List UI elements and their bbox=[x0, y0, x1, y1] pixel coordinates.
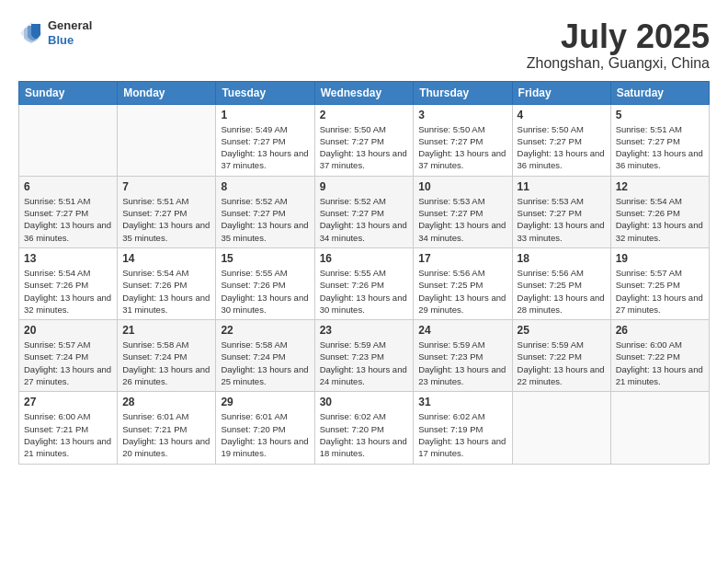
day-number: 29 bbox=[221, 396, 309, 408]
day-number: 20 bbox=[24, 324, 112, 337]
calendar-cell: 22Sunrise: 5:58 AM Sunset: 7:24 PM Dayli… bbox=[216, 320, 314, 392]
day-number: 3 bbox=[418, 109, 506, 121]
calendar-cell: 10Sunrise: 5:53 AM Sunset: 7:27 PM Dayli… bbox=[414, 176, 512, 247]
day-info: Sunrise: 5:50 AM Sunset: 7:27 PM Dayligh… bbox=[320, 123, 409, 172]
calendar-cell bbox=[19, 104, 118, 176]
day-info: Sunrise: 5:50 AM Sunset: 7:27 PM Dayligh… bbox=[418, 123, 506, 172]
day-number: 14 bbox=[122, 252, 210, 265]
day-number: 1 bbox=[221, 109, 309, 121]
calendar-week-row: 6Sunrise: 5:51 AM Sunset: 7:27 PM Daylig… bbox=[19, 176, 710, 247]
calendar-cell: 29Sunrise: 6:01 AM Sunset: 7:20 PM Dayli… bbox=[216, 392, 314, 464]
day-info: Sunrise: 5:54 AM Sunset: 7:26 PM Dayligh… bbox=[24, 267, 112, 316]
day-info: Sunrise: 5:54 AM Sunset: 7:26 PM Dayligh… bbox=[616, 195, 704, 244]
day-number: 19 bbox=[616, 252, 704, 265]
calendar-cell: 20Sunrise: 5:57 AM Sunset: 7:24 PM Dayli… bbox=[19, 320, 118, 392]
page-header: General Blue July 2025 Zhongshan, Guangx… bbox=[18, 18, 710, 72]
day-number: 23 bbox=[320, 324, 409, 337]
calendar-cell: 30Sunrise: 6:02 AM Sunset: 7:20 PM Dayli… bbox=[314, 392, 414, 464]
day-info: Sunrise: 5:55 AM Sunset: 7:26 PM Dayligh… bbox=[221, 267, 309, 316]
weekday-header-friday: Friday bbox=[512, 81, 610, 104]
calendar-cell: 3Sunrise: 5:50 AM Sunset: 7:27 PM Daylig… bbox=[414, 104, 512, 176]
day-number: 6 bbox=[24, 180, 112, 193]
weekday-header-saturday: Saturday bbox=[610, 81, 709, 104]
day-info: Sunrise: 6:00 AM Sunset: 7:22 PM Dayligh… bbox=[616, 339, 704, 387]
calendar-cell: 11Sunrise: 5:53 AM Sunset: 7:27 PM Dayli… bbox=[512, 176, 610, 247]
calendar-week-row: 13Sunrise: 5:54 AM Sunset: 7:26 PM Dayli… bbox=[19, 247, 710, 319]
day-number: 12 bbox=[616, 180, 704, 193]
calendar-cell: 8Sunrise: 5:52 AM Sunset: 7:27 PM Daylig… bbox=[216, 176, 314, 247]
calendar-cell bbox=[118, 104, 216, 176]
weekday-header-thursday: Thursday bbox=[414, 81, 512, 104]
day-number: 18 bbox=[518, 252, 606, 265]
calendar-cell: 25Sunrise: 5:59 AM Sunset: 7:22 PM Dayli… bbox=[512, 320, 610, 392]
calendar-cell bbox=[610, 392, 709, 464]
weekday-header-row: SundayMondayTuesdayWednesdayThursdayFrid… bbox=[19, 81, 710, 104]
day-info: Sunrise: 5:53 AM Sunset: 7:27 PM Dayligh… bbox=[518, 195, 606, 244]
day-number: 22 bbox=[221, 324, 309, 337]
logo-general-text: General bbox=[48, 18, 92, 33]
calendar-cell: 27Sunrise: 6:00 AM Sunset: 7:21 PM Dayli… bbox=[19, 392, 118, 464]
day-info: Sunrise: 5:52 AM Sunset: 7:27 PM Dayligh… bbox=[221, 195, 309, 244]
calendar-cell: 19Sunrise: 5:57 AM Sunset: 7:25 PM Dayli… bbox=[610, 247, 709, 319]
day-number: 8 bbox=[221, 180, 309, 193]
logo-icon bbox=[18, 20, 44, 46]
calendar-cell: 16Sunrise: 5:55 AM Sunset: 7:26 PM Dayli… bbox=[314, 247, 414, 319]
day-info: Sunrise: 5:56 AM Sunset: 7:25 PM Dayligh… bbox=[418, 267, 506, 316]
day-info: Sunrise: 5:58 AM Sunset: 7:24 PM Dayligh… bbox=[122, 339, 210, 387]
day-number: 15 bbox=[221, 252, 309, 265]
calendar-cell: 26Sunrise: 6:00 AM Sunset: 7:22 PM Dayli… bbox=[610, 320, 709, 392]
calendar-table: SundayMondayTuesdayWednesdayThursdayFrid… bbox=[18, 81, 710, 465]
day-number: 11 bbox=[518, 180, 606, 193]
calendar-cell: 21Sunrise: 5:58 AM Sunset: 7:24 PM Dayli… bbox=[118, 320, 216, 392]
calendar-cell: 6Sunrise: 5:51 AM Sunset: 7:27 PM Daylig… bbox=[19, 176, 118, 247]
day-info: Sunrise: 5:59 AM Sunset: 7:23 PM Dayligh… bbox=[320, 339, 409, 387]
day-number: 9 bbox=[320, 180, 409, 193]
calendar-cell: 7Sunrise: 5:51 AM Sunset: 7:27 PM Daylig… bbox=[118, 176, 216, 247]
day-info: Sunrise: 5:53 AM Sunset: 7:27 PM Dayligh… bbox=[418, 195, 506, 244]
day-info: Sunrise: 6:00 AM Sunset: 7:21 PM Dayligh… bbox=[24, 410, 112, 459]
weekday-header-wednesday: Wednesday bbox=[314, 81, 414, 104]
day-number: 16 bbox=[320, 252, 409, 265]
day-number: 28 bbox=[122, 396, 210, 408]
day-info: Sunrise: 5:51 AM Sunset: 7:27 PM Dayligh… bbox=[24, 195, 112, 244]
calendar-cell: 17Sunrise: 5:56 AM Sunset: 7:25 PM Dayli… bbox=[414, 247, 512, 319]
calendar-cell: 18Sunrise: 5:56 AM Sunset: 7:25 PM Dayli… bbox=[512, 247, 610, 319]
weekday-header-tuesday: Tuesday bbox=[216, 81, 314, 104]
calendar-cell: 15Sunrise: 5:55 AM Sunset: 7:26 PM Dayli… bbox=[216, 247, 314, 319]
day-info: Sunrise: 6:02 AM Sunset: 7:19 PM Dayligh… bbox=[418, 410, 506, 459]
day-info: Sunrise: 6:01 AM Sunset: 7:21 PM Dayligh… bbox=[122, 410, 210, 459]
calendar-cell: 9Sunrise: 5:52 AM Sunset: 7:27 PM Daylig… bbox=[314, 176, 414, 247]
calendar-cell: 12Sunrise: 5:54 AM Sunset: 7:26 PM Dayli… bbox=[610, 176, 709, 247]
calendar-cell: 2Sunrise: 5:50 AM Sunset: 7:27 PM Daylig… bbox=[314, 104, 414, 176]
calendar-cell: 24Sunrise: 5:59 AM Sunset: 7:23 PM Dayli… bbox=[414, 320, 512, 392]
day-info: Sunrise: 5:57 AM Sunset: 7:24 PM Dayligh… bbox=[24, 339, 112, 387]
calendar-cell: 5Sunrise: 5:51 AM Sunset: 7:27 PM Daylig… bbox=[610, 104, 709, 176]
day-number: 17 bbox=[418, 252, 506, 265]
day-info: Sunrise: 5:50 AM Sunset: 7:27 PM Dayligh… bbox=[518, 123, 606, 172]
day-number: 30 bbox=[320, 396, 409, 408]
calendar-cell bbox=[512, 392, 610, 464]
day-info: Sunrise: 5:51 AM Sunset: 7:27 PM Dayligh… bbox=[616, 123, 704, 172]
day-info: Sunrise: 5:59 AM Sunset: 7:22 PM Dayligh… bbox=[518, 339, 606, 387]
day-info: Sunrise: 6:02 AM Sunset: 7:20 PM Dayligh… bbox=[320, 410, 409, 459]
day-info: Sunrise: 5:55 AM Sunset: 7:26 PM Dayligh… bbox=[320, 267, 409, 316]
day-info: Sunrise: 5:52 AM Sunset: 7:27 PM Dayligh… bbox=[320, 195, 409, 244]
day-info: Sunrise: 5:57 AM Sunset: 7:25 PM Dayligh… bbox=[616, 267, 704, 316]
title-block: July 2025 Zhongshan, Guangxi, China bbox=[527, 18, 710, 72]
day-number: 5 bbox=[616, 109, 704, 121]
location-title: Zhongshan, Guangxi, China bbox=[527, 55, 710, 72]
calendar-cell: 14Sunrise: 5:54 AM Sunset: 7:26 PM Dayli… bbox=[118, 247, 216, 319]
logo-blue-text: Blue bbox=[48, 33, 92, 48]
day-info: Sunrise: 6:01 AM Sunset: 7:20 PM Dayligh… bbox=[221, 410, 309, 459]
logo: General Blue bbox=[18, 18, 92, 47]
day-number: 27 bbox=[24, 396, 112, 408]
day-number: 21 bbox=[122, 324, 210, 337]
day-info: Sunrise: 5:49 AM Sunset: 7:27 PM Dayligh… bbox=[221, 123, 309, 172]
logo-text: General Blue bbox=[48, 18, 92, 47]
calendar-cell: 13Sunrise: 5:54 AM Sunset: 7:26 PM Dayli… bbox=[19, 247, 118, 319]
day-number: 31 bbox=[418, 396, 506, 408]
day-number: 24 bbox=[418, 324, 506, 337]
day-info: Sunrise: 5:56 AM Sunset: 7:25 PM Dayligh… bbox=[518, 267, 606, 316]
day-number: 13 bbox=[24, 252, 112, 265]
calendar-cell: 31Sunrise: 6:02 AM Sunset: 7:19 PM Dayli… bbox=[414, 392, 512, 464]
